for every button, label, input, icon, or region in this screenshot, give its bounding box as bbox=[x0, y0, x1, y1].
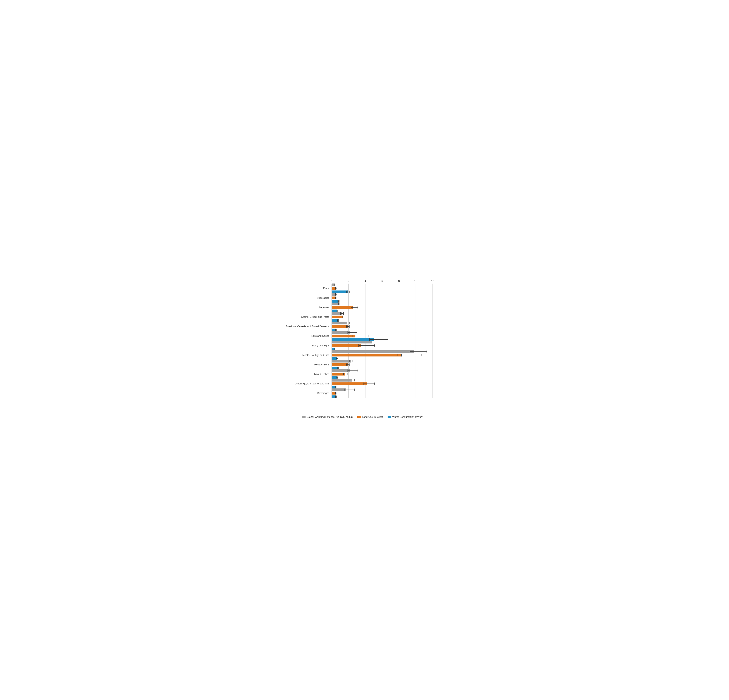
category-label: Mixed Dishes bbox=[314, 373, 330, 376]
bar-blue bbox=[332, 338, 374, 341]
bar-blue bbox=[332, 367, 338, 369]
category-label: Meats, Poultry, and Fish bbox=[302, 354, 330, 356]
svg-text:12: 12 bbox=[431, 279, 434, 283]
bar-orange bbox=[332, 354, 402, 356]
legend-item: Land Use (m²a/kg) bbox=[357, 415, 383, 418]
bar-gray bbox=[332, 341, 372, 344]
legend-label: Water Consumption (m³/kg) bbox=[392, 415, 423, 418]
category-label: Beverages bbox=[317, 392, 330, 395]
bar-gray bbox=[332, 331, 350, 334]
bar-blue bbox=[332, 319, 338, 322]
bar-orange bbox=[332, 287, 336, 290]
legend-label: Global Warming Potential (kg CO₂-eq/kg) bbox=[307, 415, 353, 418]
bar-gray bbox=[332, 360, 351, 363]
svg-text:4: 4 bbox=[364, 279, 366, 283]
category-label: Nuts and Seeds bbox=[311, 334, 330, 337]
category-label: Dairy and Eggs bbox=[312, 344, 330, 347]
bar-orange bbox=[332, 306, 353, 309]
bar-gray bbox=[332, 312, 342, 315]
bar-orange bbox=[332, 315, 343, 318]
bar-orange bbox=[332, 344, 361, 347]
svg-text:2: 2 bbox=[348, 279, 349, 283]
bar-orange bbox=[332, 325, 348, 328]
bar-gray bbox=[332, 293, 336, 296]
legend-item: Water Consumption (m³/kg) bbox=[388, 415, 423, 418]
legend-label: Land Use (m²a/kg) bbox=[362, 415, 383, 418]
legend-swatch bbox=[302, 416, 305, 418]
bar-orange bbox=[332, 392, 336, 395]
bar-gray bbox=[332, 379, 352, 382]
bar-orange bbox=[332, 363, 348, 366]
bar-orange bbox=[332, 373, 345, 376]
category-label: Meat Analogs bbox=[314, 363, 330, 366]
bar-orange bbox=[332, 296, 336, 299]
legend-item: Global Warming Potential (kg CO₂-eq/kg) bbox=[302, 415, 353, 418]
chart-container: 024681012FruitsVegetablesLegumesGrains, … bbox=[277, 270, 452, 430]
svg-text:10: 10 bbox=[414, 279, 417, 283]
bar-blue bbox=[332, 290, 348, 293]
svg-text:8: 8 bbox=[398, 279, 400, 283]
bar-gray bbox=[332, 388, 346, 391]
bar-gray bbox=[332, 302, 339, 305]
category-label: Fruits bbox=[323, 287, 330, 290]
svg-text:6: 6 bbox=[381, 279, 383, 283]
chart-legend: Global Warming Potential (kg CO₂-eq/kg)L… bbox=[285, 415, 440, 418]
category-label: Vegetables bbox=[317, 296, 330, 299]
category-label: Breakfast Cereals and Baked Desserts bbox=[286, 325, 330, 328]
bar-gray bbox=[332, 369, 350, 372]
bar-orange bbox=[332, 382, 367, 385]
bar-blue bbox=[332, 395, 336, 398]
svg-text:0: 0 bbox=[331, 279, 333, 283]
bar-blue bbox=[332, 300, 338, 303]
category-label: Grains, Bread, and Pasta bbox=[301, 315, 330, 318]
legend-swatch bbox=[388, 416, 391, 418]
bar-orange bbox=[332, 335, 355, 337]
legend-swatch bbox=[357, 416, 361, 418]
bar-gray bbox=[332, 322, 347, 324]
category-label: Dressings, Margarine, and Oils bbox=[295, 382, 330, 385]
category-label: Legumes bbox=[319, 306, 330, 309]
bar-gray bbox=[332, 350, 414, 353]
